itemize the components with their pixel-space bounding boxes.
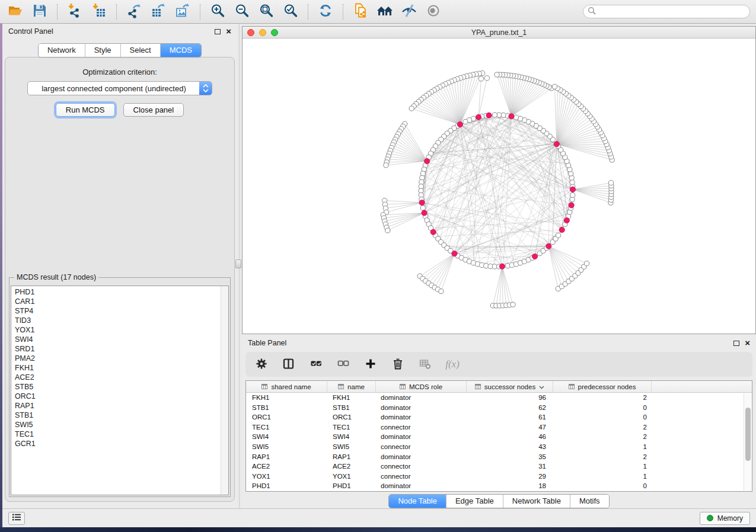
- mcds-dominator-node[interactable]: [425, 158, 430, 164]
- zoom-in-button[interactable]: [208, 3, 227, 21]
- network-node[interactable]: [492, 113, 497, 117]
- mcds-result-item[interactable]: TEC1: [11, 430, 220, 439]
- mcds-dominator-node[interactable]: [476, 114, 481, 120]
- mcds-dominator-node[interactable]: [509, 114, 514, 119]
- network-node[interactable]: [479, 76, 483, 81]
- tab-mcds[interactable]: MCDS: [161, 44, 201, 57]
- table-row[interactable]: FKH1FKH1dominator962: [246, 393, 744, 403]
- export-network-button[interactable]: [125, 3, 143, 21]
- table-row[interactable]: RAP1RAP1dominator352: [246, 452, 744, 462]
- mcds-result-item[interactable]: SWI4: [11, 335, 220, 344]
- tab-node-table[interactable]: Node Table: [389, 495, 446, 508]
- column-header-shared-name[interactable]: shared name: [246, 381, 327, 392]
- run-mcds-button[interactable]: Run MCDS: [56, 103, 115, 117]
- network-node[interactable]: [556, 233, 560, 238]
- import-network-button[interactable]: [65, 3, 84, 21]
- table-row[interactable]: SWI5SWI5connector431: [246, 442, 744, 452]
- task-history-button[interactable]: [8, 512, 25, 525]
- mcds-result-item[interactable]: CAR1: [11, 297, 220, 306]
- mcds-dominator-node[interactable]: [452, 251, 457, 257]
- search-input[interactable]: [599, 8, 745, 16]
- network-canvas[interactable]: [243, 39, 755, 334]
- mcds-dominator-node[interactable]: [569, 203, 574, 208]
- first-neighbors-button[interactable]: [375, 3, 394, 21]
- mcds-dominator-node[interactable]: [422, 210, 427, 216]
- mcds-dominator-node[interactable]: [546, 243, 551, 249]
- add-column-button[interactable]: [363, 357, 378, 372]
- import-table-button[interactable]: [90, 3, 109, 21]
- tab-select[interactable]: Select: [121, 44, 161, 57]
- mcds-result-item[interactable]: ORC1: [11, 392, 220, 401]
- delete-columns-button[interactable]: [390, 357, 406, 372]
- save-session-button[interactable]: [30, 3, 49, 21]
- mcds-dominator-node[interactable]: [532, 254, 537, 259]
- mcds-list-scrollbar[interactable]: [221, 286, 228, 495]
- close-panel-icon[interactable]: ×: [226, 28, 231, 34]
- network-node[interactable]: [584, 261, 589, 266]
- search-field[interactable]: [583, 5, 750, 18]
- table-scrollbar[interactable]: [744, 393, 751, 491]
- column-header-name[interactable]: name: [327, 381, 376, 392]
- function-builder-button[interactable]: f(x): [445, 357, 460, 372]
- mcds-dominator-node[interactable]: [499, 264, 505, 269]
- show-hidden-button[interactable]: [424, 3, 443, 21]
- mcds-result-item[interactable]: RAP1: [11, 401, 220, 411]
- deselect-all-rows-button[interactable]: [336, 357, 351, 372]
- network-node[interactable]: [570, 193, 575, 197]
- network-node[interactable]: [513, 115, 518, 120]
- mcds-result-item[interactable]: STB5: [11, 382, 220, 392]
- mcds-dominator-node[interactable]: [457, 121, 462, 127]
- mcds-dominator-node[interactable]: [419, 200, 425, 205]
- refresh-button[interactable]: [316, 3, 335, 21]
- column-header-successor-nodes[interactable]: successor nodes: [467, 381, 553, 392]
- mcds-dominator-node[interactable]: [559, 227, 564, 232]
- mcds-dominator-node[interactable]: [564, 217, 569, 223]
- table-row[interactable]: STB1STB1dominator620: [246, 403, 744, 413]
- network-node[interactable]: [385, 228, 390, 233]
- column-header-predecessor-nodes[interactable]: predecessor nodes: [553, 381, 652, 392]
- network-node[interactable]: [511, 302, 515, 307]
- export-table-button[interactable]: [149, 3, 168, 21]
- table-scrollbar-thumb[interactable]: [745, 408, 751, 461]
- tab-network-table[interactable]: Network Table: [503, 495, 570, 508]
- new-network-from-selection-button[interactable]: [351, 3, 370, 21]
- delete-table-button[interactable]: [417, 357, 433, 372]
- network-node[interactable]: [608, 180, 613, 185]
- mcds-result-item[interactable]: SWI5: [11, 420, 220, 430]
- mcds-result-item[interactable]: PMA2: [11, 354, 220, 363]
- table-row[interactable]: YOX1YOX1connector291: [246, 472, 744, 482]
- network-node[interactable]: [409, 106, 414, 111]
- vertical-splitter-handle[interactable]: [235, 259, 241, 268]
- close-table-panel-icon[interactable]: ×: [745, 340, 750, 346]
- column-settings-button[interactable]: [254, 357, 269, 372]
- mcds-result-item[interactable]: ACE2: [11, 373, 220, 382]
- table-row[interactable]: SWI4SWI4dominator462: [246, 432, 744, 442]
- tab-edge-table[interactable]: Edge Table: [446, 495, 503, 508]
- float-table-panel-icon[interactable]: [733, 341, 739, 346]
- tab-motifs[interactable]: Motifs: [570, 495, 609, 508]
- tab-style[interactable]: Style: [85, 44, 121, 57]
- mcds-result-item[interactable]: SRD1: [11, 344, 220, 354]
- memory-button[interactable]: Memory: [700, 512, 750, 525]
- mcds-dominator-node[interactable]: [486, 113, 492, 118]
- table-row[interactable]: ORC1ORC1dominator610: [246, 412, 744, 422]
- toggle-columns-button[interactable]: [281, 357, 296, 372]
- network-node[interactable]: [495, 72, 499, 77]
- mcds-dominator-node[interactable]: [554, 142, 559, 147]
- table-row[interactable]: PHD1PHD1dominator180: [246, 481, 744, 491]
- zoom-out-button[interactable]: [232, 3, 251, 21]
- mcds-dominator-node[interactable]: [570, 187, 575, 192]
- zoom-fit-button[interactable]: [257, 3, 276, 21]
- mcds-result-item[interactable]: STP4: [11, 306, 220, 316]
- column-header-mcds-role[interactable]: MCDS role: [376, 381, 467, 392]
- network-node[interactable]: [384, 163, 388, 168]
- network-node[interactable]: [463, 119, 468, 124]
- table-row[interactable]: ACE2ACE2connector311: [246, 462, 744, 472]
- mcds-result-item[interactable]: PHD1: [11, 287, 220, 297]
- mcds-result-item[interactable]: FKH1: [11, 363, 220, 373]
- tab-network[interactable]: Network: [39, 44, 85, 57]
- mcds-result-item[interactable]: STB1: [11, 411, 220, 420]
- mcds-dominator-node[interactable]: [430, 229, 436, 235]
- table-row[interactable]: TEC1TEC1connector472: [246, 422, 744, 432]
- hide-selected-button[interactable]: [400, 3, 419, 21]
